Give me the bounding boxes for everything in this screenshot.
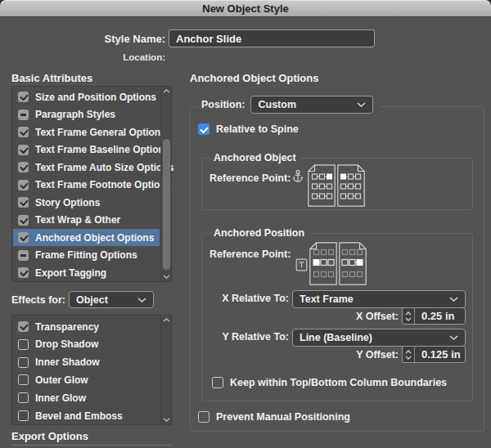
y-offset-value[interactable]: 0.125 in [415,347,465,362]
stepper-up-icon[interactable] [405,350,412,354]
y-relative-label: Y Relative To: [202,331,289,343]
scroll-up-icon[interactable] [163,89,170,93]
effect-row[interactable]: Inner Shadow [13,354,160,371]
position-row: Position: Custom [198,96,380,114]
attribute-checkbox[interactable] [18,180,29,190]
effects-for-label: Effects for: [11,294,65,306]
prevent-manual-label: Prevent Manual Positioning [216,411,350,423]
scroll-down-icon[interactable] [163,275,170,279]
style-name-input[interactable] [169,29,375,47]
attribute-label: Text Frame Baseline Options [35,144,170,155]
attribute-checkbox[interactable] [18,92,29,102]
effect-row[interactable]: Inner Glow [13,389,160,406]
keep-within-label: Keep within Top/Bottom Column Boundaries [230,377,447,388]
attribute-checkbox[interactable] [18,110,29,120]
x-offset-stepper[interactable] [403,308,415,324]
attribute-checkbox[interactable] [18,145,29,155]
attribute-row-selected[interactable]: Anchored Object Options [13,229,160,246]
effect-label: Inner Shadow [35,356,100,368]
chevron-down-icon [449,297,458,302]
effect-checkbox[interactable] [18,392,29,403]
effects-list: Transparency Drop Shadow Inner Shadow Ou… [11,315,172,425]
relative-to-spine-row[interactable]: Relative to Spine [198,123,299,135]
attribute-label: Text Frame Footnote Options [35,179,171,190]
attribute-checkbox[interactable] [18,162,29,172]
attribute-checkbox[interactable] [18,267,29,278]
x-offset-value[interactable]: 0.25 in [415,308,465,324]
position-reference-point-label: Reference Point: [209,249,291,260]
effects-scrollbar[interactable] [160,316,171,424]
scroll-up-icon[interactable] [163,318,170,322]
position-value: Custom [258,99,296,110]
x-offset-control[interactable]: 0.25 in [402,307,466,325]
attribute-checkbox[interactable] [18,197,29,208]
scroll-down-icon[interactable] [163,418,170,422]
anchored-object-legend: Anchored Object [209,152,300,164]
x-relative-value: Text Frame [300,293,354,305]
window-title: New Object Style [202,2,288,15]
attributes-scrollbar[interactable] [160,87,171,281]
anchor-icon [292,169,304,183]
attribute-row[interactable]: Export Tagging [13,264,160,281]
position-reference-point-proxy[interactable] [309,242,367,285]
effect-label: Outer Glow [35,374,88,386]
x-relative-dropdown[interactable]: Text Frame [292,290,466,308]
effect-checkbox[interactable] [18,339,29,350]
object-reference-point-label: Reference Point: [209,172,291,184]
y-offset-control[interactable]: 0.125 in [402,346,466,363]
prevent-manual-row[interactable]: Prevent Manual Positioning [198,411,350,423]
attribute-row[interactable]: Text Frame General Options [13,123,160,141]
chevron-down-icon [449,335,458,340]
attribute-label: Anchored Object Options [35,232,154,244]
stepper-up-icon[interactable] [405,311,412,316]
attribute-row[interactable]: Story Options [13,194,160,211]
attribute-row[interactable]: Frame Fitting Options [13,247,160,264]
relative-to-spine-checkbox[interactable] [198,123,209,135]
attribute-row[interactable]: Text Wrap & Other [13,212,160,229]
effect-label: Drop Shadow [35,338,98,350]
attribute-label: Paragraph Styles [35,109,115,120]
attribute-checkbox[interactable] [18,250,29,261]
y-offset-stepper[interactable] [403,347,415,362]
object-reference-point-proxy[interactable] [308,164,365,207]
attribute-checkbox[interactable] [18,215,29,226]
anchored-object-options-heading: Anchored Object Options [190,72,318,84]
attribute-checkbox[interactable] [18,232,29,243]
attribute-row[interactable]: Text Frame Auto Size Options [13,159,160,176]
effect-checkbox[interactable] [18,374,29,385]
stepper-down-icon[interactable] [405,317,412,321]
anchored-position-group: Anchored Position Reference Point: [201,233,473,401]
prevent-manual-checkbox[interactable] [198,411,209,423]
effect-label: Inner Glow [35,392,86,404]
effect-checkbox[interactable] [18,410,29,421]
effect-row[interactable]: Bevel and Emboss [13,407,160,424]
effect-row[interactable]: Transparency [13,318,160,335]
attribute-label: Size and Position Options [35,92,156,103]
attribute-row[interactable]: Text Frame Footnote Options [13,177,160,194]
scrollbar-thumb[interactable] [163,139,170,270]
effects-for-dropdown[interactable]: Object [69,291,154,308]
location-label: Location: [49,52,165,62]
attribute-checkbox[interactable] [18,127,29,137]
keep-within-checkbox[interactable] [212,377,223,388]
effect-checkbox[interactable] [18,321,29,332]
basic-attributes-list: Size and Position Options Paragraph Styl… [11,86,172,282]
attribute-row[interactable]: Size and Position Options [13,88,160,105]
keep-within-row[interactable]: Keep within Top/Bottom Column Boundaries [212,377,447,388]
position-dropdown[interactable]: Custom [250,96,373,114]
new-object-style-dialog: New Object Style Style Name: Location: B… [0,0,491,448]
attribute-label: Export Tagging [35,267,106,279]
attribute-row[interactable]: Paragraph Styles [13,106,160,123]
effect-checkbox[interactable] [18,357,29,368]
attribute-label: Frame Fitting Options [35,249,137,261]
effect-row[interactable]: Drop Shadow [13,336,160,353]
effect-row[interactable]: Outer Glow [13,371,160,388]
export-options-heading: Export Options [11,430,88,442]
attribute-row[interactable]: Text Frame Baseline Options [13,141,160,159]
effects-for-value: Object [76,294,108,306]
attribute-label: Text Frame Auto Size Options [35,162,173,173]
attribute-label: Story Options [35,197,100,208]
y-relative-dropdown[interactable]: Line (Baseline) [292,329,466,347]
effect-label: Bevel and Emboss [35,410,123,422]
stepper-down-icon[interactable] [405,356,412,360]
